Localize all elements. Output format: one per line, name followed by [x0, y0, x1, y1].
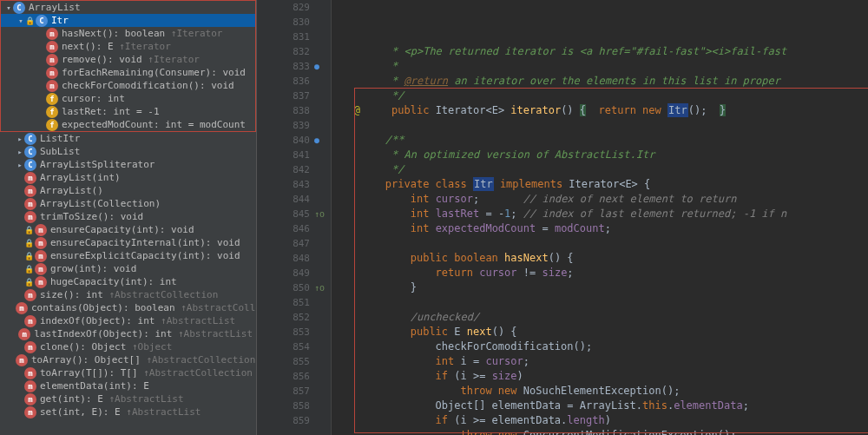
- caret-icon[interactable]: ▸: [16, 161, 24, 169]
- method-icon: m: [16, 354, 28, 366]
- tree-item[interactable]: mtoArray(): Object[] ↑AbstractCollection: [0, 353, 256, 366]
- tree-item[interactable]: mremove(): void ↑Iterator: [1, 53, 255, 66]
- tree-item[interactable]: mcheckForComodification(): void: [1, 79, 255, 92]
- code-line[interactable]: */: [335, 89, 868, 103]
- code-line[interactable]: int i = cursor;: [335, 354, 868, 369]
- tree-label: ArrayList(Collection): [40, 198, 161, 209]
- gutter-mark-icon[interactable]: ●: [314, 59, 319, 74]
- code-line[interactable]: @ public Iterator<E> iterator() { return…: [335, 103, 868, 118]
- field-icon: f: [46, 93, 58, 105]
- method-icon: m: [35, 224, 47, 236]
- code-line[interactable]: * An optimized version of AbstractList.I…: [335, 148, 868, 162]
- tree-label: cursor: int: [62, 93, 125, 104]
- tree-item[interactable]: 🔒mgrow(int): void: [0, 262, 256, 275]
- method-icon: m: [24, 211, 36, 223]
- method-icon: m: [24, 380, 36, 392]
- tree-item[interactable]: msize(): int ↑AbstractCollection: [0, 288, 256, 301]
- code-line[interactable]: if (i >= size): [335, 369, 868, 384]
- tree-item[interactable]: mforEachRemaining(Consumer): void: [1, 66, 255, 79]
- tree-root[interactable]: ▾CArrayList: [1, 1, 255, 14]
- tree-label: hasNext(): boolean ↑Iterator: [62, 28, 222, 39]
- tree-item[interactable]: mtrimToSize(): void: [0, 210, 256, 223]
- code-line[interactable]: Object[] elementData = ArrayList.this.el…: [335, 399, 868, 413]
- tree-label: elementData(int): E: [40, 380, 149, 392]
- chevron-down-icon[interactable]: ▾: [16, 16, 25, 25]
- method-icon: m: [46, 54, 58, 66]
- code-editor[interactable]: 829 830 831 832 833 836 837 838 839 840 …: [257, 0, 868, 435]
- tree-item[interactable]: mhasNext(): boolean ↑Iterator: [1, 27, 255, 40]
- code-line[interactable]: return cursor != size;: [335, 266, 868, 280]
- tree-item[interactable]: mindexOf(Object): int ↑AbstractList: [0, 314, 256, 327]
- method-icon: m: [24, 406, 36, 419]
- code-line[interactable]: * <p>The returned iterator is <a href="#…: [335, 44, 868, 59]
- tree-label: lastIndexOf(Object): int ↑AbstractList: [34, 328, 253, 339]
- code-area[interactable]: * <p>The returned iterator is <a href="#…: [332, 0, 868, 435]
- tree-item[interactable]: mArrayList(int): [0, 171, 256, 184]
- tree-item[interactable]: mtoArray(T[]): T[] ↑AbstractCollection: [0, 366, 256, 379]
- chevron-down-icon[interactable]: ▾: [4, 3, 13, 12]
- tree-item[interactable]: mget(int): E ↑AbstractList: [0, 392, 256, 405]
- tree-item[interactable]: melementData(int): E: [0, 379, 256, 392]
- code-line[interactable]: checkForComodification();: [335, 339, 868, 354]
- tree-label: ArrayList(int): [40, 172, 121, 183]
- method-icon: m: [46, 28, 58, 40]
- code-line[interactable]: if (i >= elementData.length): [335, 413, 868, 428]
- tree-item[interactable]: ▸CArrayListSpliterator: [0, 158, 256, 171]
- code-line[interactable]: /unchecked/: [335, 310, 868, 325]
- tree-label: toArray(T[]): T[] ↑AbstractCollection: [40, 367, 253, 379]
- tree-item[interactable]: mcontains(Object): boolean ↑AbstractColl…: [0, 301, 256, 314]
- code-line[interactable]: }: [335, 280, 868, 295]
- code-line[interactable]: int cursor; // index of next element to …: [335, 192, 868, 207]
- tree-item[interactable]: 🔒mensureCapacityInternal(int): void: [0, 236, 256, 249]
- method-icon: m: [24, 367, 36, 379]
- tree-label: SubList: [40, 146, 80, 157]
- tree-item[interactable]: ▸CSubList: [0, 145, 256, 158]
- code-line[interactable]: int lastRet = -1; // index of last eleme…: [335, 207, 868, 221]
- tree-item[interactable]: ▸CListItr: [0, 132, 256, 145]
- method-icon: m: [24, 289, 36, 301]
- tree-item[interactable]: mlastIndexOf(Object): int ↑AbstractList: [0, 327, 256, 340]
- tree-item[interactable]: mArrayList(Collection): [0, 197, 256, 210]
- code-line[interactable]: [335, 118, 868, 133]
- code-line[interactable]: public E next() {: [335, 325, 868, 339]
- code-line[interactable]: public boolean hasNext() {: [335, 251, 868, 266]
- tree-item[interactable]: mnext(): E ↑Iterator: [1, 40, 255, 53]
- code-line[interactable]: * @return an iterator over the elements …: [335, 74, 868, 89]
- code-line[interactable]: [335, 295, 868, 310]
- code-line[interactable]: *: [335, 59, 868, 74]
- tree-item[interactable]: mArrayList(): [0, 184, 256, 197]
- method-icon: m: [16, 302, 28, 314]
- tree-item[interactable]: 🔒mensureCapacity(int): void: [0, 223, 256, 236]
- class-icon: C: [24, 133, 36, 145]
- tree-item[interactable]: flastRet: int = -1: [1, 105, 255, 118]
- gutter-mark-icon[interactable]: ↑o: [314, 280, 325, 295]
- code-line[interactable]: */: [335, 162, 868, 177]
- caret-icon[interactable]: ▸: [16, 148, 24, 156]
- code-line[interactable]: throw new NoSuchElementException();: [335, 384, 868, 399]
- field-icon: f: [46, 119, 58, 131]
- gutter-mark-icon[interactable]: ●: [314, 133, 319, 148]
- tree-item[interactable]: fexpectedModCount: int = modCount: [1, 118, 255, 131]
- tree-item[interactable]: mclone(): Object ↑Object: [0, 340, 256, 353]
- structure-tree[interactable]: ▾CArrayList▾🔒CItrmhasNext(): boolean ↑It…: [0, 0, 257, 435]
- method-icon: m: [46, 80, 58, 92]
- lock-icon: 🔒: [24, 265, 33, 274]
- code-line[interactable]: throw new ConcurrentModificationExceptio…: [335, 428, 868, 435]
- class-icon: C: [36, 15, 48, 27]
- tree-item[interactable]: 🔒mensureExplicitCapacity(int): void: [0, 249, 256, 262]
- tree-label: set(int, E): E ↑AbstractList: [40, 406, 201, 418]
- method-icon: m: [35, 276, 47, 288]
- tree-label: hugeCapacity(int): int: [50, 276, 177, 287]
- gutter-mark-icon[interactable]: ↑o: [314, 207, 325, 221]
- tree-label: trimToSize(): void: [40, 211, 143, 222]
- tree-item-selected[interactable]: ▾🔒CItr: [1, 14, 255, 27]
- tree-item[interactable]: fcursor: int: [1, 92, 255, 105]
- caret-icon[interactable]: ▸: [16, 135, 24, 143]
- code-line[interactable]: [335, 236, 868, 251]
- code-line[interactable]: int expectedModCount = modCount;: [335, 221, 868, 236]
- code-line[interactable]: private class Itr implements Iterator<E>…: [335, 177, 868, 192]
- tree-item[interactable]: 🔒mhugeCapacity(int): int: [0, 275, 256, 288]
- tree-label: ensureCapacity(int): void: [50, 224, 194, 235]
- code-line[interactable]: /**: [335, 133, 868, 148]
- tree-item[interactable]: mset(int, E): E ↑AbstractList: [0, 405, 256, 419]
